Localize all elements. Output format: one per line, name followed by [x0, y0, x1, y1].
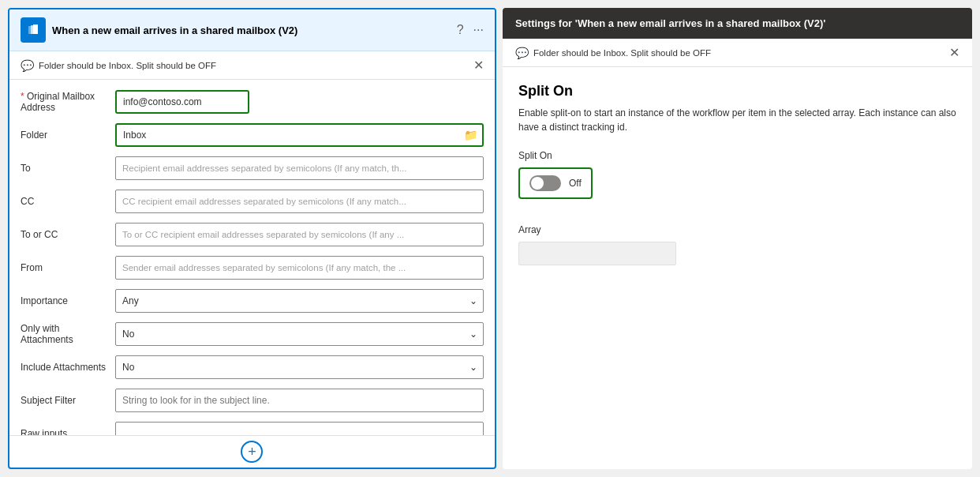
folder-row: Folder 📁: [21, 122, 484, 148]
folder-icon: 📁: [464, 129, 477, 141]
folder-input[interactable]: [115, 123, 484, 147]
o365-icon: [21, 17, 46, 43]
panel-title: When a new email arrives in a shared mai…: [52, 24, 297, 36]
toggle-thumb: [531, 177, 544, 190]
split-on-toggle[interactable]: [529, 175, 561, 191]
include-attachments-row: Include Attachments No Yes ⌄: [21, 355, 484, 380]
help-icon: ?: [457, 23, 464, 37]
add-button-wrapper: +: [9, 435, 495, 468]
add-button[interactable]: +: [241, 441, 263, 463]
right-content: Split On Enable split-on to start an ins…: [503, 67, 972, 469]
left-panel: When a new email arrives in a shared mai…: [8, 8, 496, 469]
panel-header-left: When a new email arrives in a shared mai…: [21, 17, 297, 43]
only-attachments-select[interactable]: No Yes: [115, 322, 484, 346]
raw-inputs-label: Raw inputs: [21, 428, 115, 435]
cc-label: CC: [21, 196, 115, 207]
include-attachments-select-wrapper: No Yes ⌄: [115, 355, 484, 379]
ellipsis-icon: ···: [473, 23, 484, 37]
panel-header: When a new email arrives in a shared mai…: [9, 9, 495, 51]
right-panel-title: Settings for 'When a new email arrives i…: [515, 17, 825, 29]
from-label: From: [21, 262, 115, 273]
more-button[interactable]: ···: [473, 23, 484, 37]
right-info-bar-text: Folder should be Inbox. Split should be …: [533, 48, 711, 58]
chat-icon: 💬: [21, 59, 34, 72]
from-row: From Sender email addresses separated by…: [21, 255, 484, 280]
right-panel-header: Settings for 'When a new email arrives i…: [503, 8, 972, 39]
right-info-bar-left: 💬 Folder should be Inbox. Split should b…: [515, 47, 711, 59]
cc-row: CC CC recipient email addresses separate…: [21, 189, 484, 214]
include-attachments-label: Include Attachments: [21, 362, 115, 373]
to-or-cc-row: To or CC To or CC recipient email addres…: [21, 222, 484, 247]
subject-filter-label: Subject Filter: [21, 395, 115, 406]
mailbox-label: Original Mailbox Address: [21, 91, 115, 113]
to-row: To Recipient email addresses separated b…: [21, 156, 484, 181]
split-on-field-label: Split On: [518, 150, 956, 161]
subject-filter-input[interactable]: [115, 389, 484, 412]
to-or-cc-input[interactable]: To or CC recipient email addresses separ…: [115, 223, 484, 246]
split-on-description: Enable split-on to start an instance of …: [518, 106, 956, 134]
include-attachments-select[interactable]: No Yes: [115, 355, 484, 379]
plus-icon: +: [248, 445, 256, 459]
importance-row: Importance Any High Normal Low ⌄: [21, 288, 484, 314]
mailbox-row: Original Mailbox Address: [21, 89, 484, 115]
importance-select-wrapper: Any High Normal Low ⌄: [115, 289, 484, 313]
cc-input[interactable]: CC recipient email addresses separated b…: [115, 190, 484, 213]
folder-input-wrapper: 📁: [115, 123, 484, 147]
only-attachments-row: Only with Attachments No Yes ⌄: [21, 321, 484, 347]
mailbox-input-wrapper: [115, 90, 484, 114]
only-attachments-label: Only with Attachments: [21, 323, 115, 345]
right-panel: Settings for 'When a new email arrives i…: [503, 8, 972, 469]
to-input[interactable]: Recipient email addresses separated by s…: [115, 156, 484, 180]
help-button[interactable]: ?: [457, 23, 464, 37]
importance-label: Importance: [21, 295, 115, 306]
info-bar-text: Folder should be Inbox. Split should be …: [39, 61, 216, 70]
to-label: To: [21, 163, 115, 174]
split-on-toggle-wrapper: Off: [518, 167, 593, 199]
folder-label: Folder: [21, 130, 115, 141]
right-info-bar-close-button[interactable]: ✕: [949, 45, 959, 60]
raw-inputs-input[interactable]: [115, 422, 484, 435]
panel-header-right: ? ···: [457, 23, 484, 37]
info-bar-left: 💬 Folder should be Inbox. Split should b…: [21, 59, 216, 72]
right-chat-icon: 💬: [515, 47, 529, 59]
toggle-state-label: Off: [569, 178, 582, 189]
info-bar: 💬 Folder should be Inbox. Split should b…: [9, 51, 495, 80]
subject-filter-row: Subject Filter: [21, 388, 484, 413]
only-attachments-select-wrapper: No Yes ⌄: [115, 322, 484, 346]
split-on-title: Split On: [518, 83, 956, 100]
array-input[interactable]: [518, 242, 676, 265]
to-or-cc-label: To or CC: [21, 229, 115, 240]
mailbox-input[interactable]: [115, 90, 249, 114]
importance-select[interactable]: Any High Normal Low: [115, 289, 484, 313]
from-input[interactable]: Sender email addresses separated by semi…: [115, 256, 484, 280]
form-content: Original Mailbox Address Folder 📁 To Rec…: [9, 80, 495, 435]
info-bar-close-button[interactable]: ✕: [473, 58, 484, 73]
array-label: Array: [518, 224, 956, 235]
raw-inputs-row: Raw inputs: [21, 421, 484, 435]
array-section: Array: [518, 224, 956, 265]
right-info-bar: 💬 Folder should be Inbox. Split should b…: [503, 39, 972, 67]
